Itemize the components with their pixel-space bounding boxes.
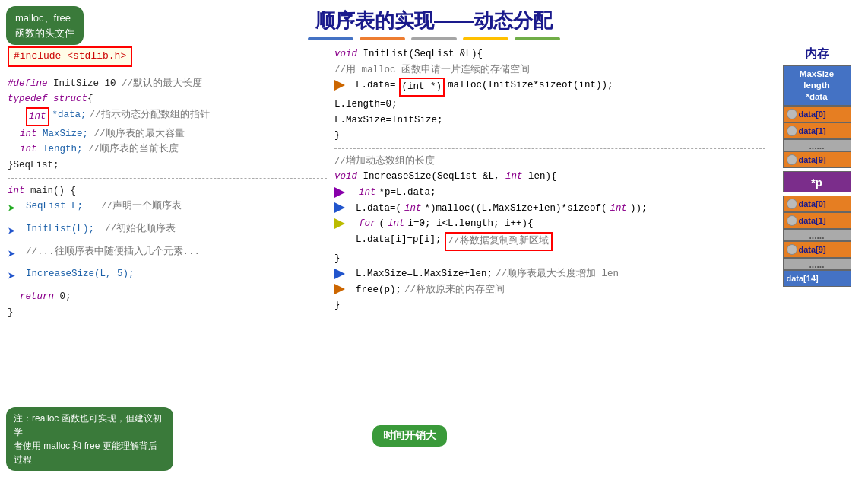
underline-seg-3 xyxy=(411,37,457,40)
time-label-text: 时间开销大 xyxy=(383,429,436,441)
title-area: 顺序表的实现——动态分配 xyxy=(0,0,868,40)
main-line7: } xyxy=(8,305,327,321)
mem-circle-9 xyxy=(787,154,797,165)
struct-code: #define InitSize 10 //默认的最大长度 typedef st… xyxy=(8,76,327,173)
inc-p-line: int *p=L.data; xyxy=(334,185,765,201)
struct-end-line: }SeqList; xyxy=(8,157,327,173)
note-top-text: malloc、free 函数的头文件 xyxy=(15,12,74,39)
note-bottom-text: 注：realloc 函数也可实现，但建议初学 者使用 malloc 和 free… xyxy=(14,413,162,465)
note-bottom-box: 注：realloc 函数也可实现，但建议初学 者使用 malloc 和 free… xyxy=(6,407,173,471)
typedef-line: typedef struct{ xyxy=(8,91,327,107)
inc-free-line: free(p); //释放原来的内存空间 xyxy=(334,282,765,298)
mem-data9-top: data[9] xyxy=(783,151,851,168)
mem-dots-top: ...... xyxy=(783,139,851,151)
mem-data-label: *data xyxy=(784,91,851,103)
length-field-line: int length; //顺序表的当前长度 xyxy=(8,142,327,157)
content-area: #include <stdlib.h> #define InitSize 10 … xyxy=(0,40,868,464)
initlist-data: L.data=(int *)malloc(InitSize*sizeof(int… xyxy=(334,78,765,97)
increasesize-signature: void IncreaseSize(SeqList &L, int len){ xyxy=(334,169,765,185)
mem-header-block: MaxSize length *data xyxy=(783,65,851,106)
mem-length-label: length xyxy=(784,80,851,91)
data-field-line: int *data; //指示动态分配数组的指针 xyxy=(8,107,327,126)
memory-title: 内存 xyxy=(773,46,860,62)
inc-for-line: for(int i=0; i<L.length; i++){ xyxy=(334,216,765,232)
initlist-comment: //用 malloc 函数申请一片连续的存储空间 xyxy=(334,62,765,78)
inc-close: } xyxy=(334,297,765,313)
main-line3: ➤ InitList(L); //初始化顺序表 xyxy=(8,221,327,244)
inc-for-close: } xyxy=(334,251,765,267)
main-line4: ➤ //...往顺序表中随便插入几个元素... xyxy=(8,244,327,267)
inc-maxsize-line: L.MaxSize=L.MaxSize+len; //顺序表最大长度增加 len xyxy=(334,266,765,282)
initlist-func: void InitList(SeqList &L){ //用 malloc 函数… xyxy=(334,46,765,144)
mem-circle-b9 xyxy=(787,244,797,255)
define-line: #define InitSize 10 //默认的最大长度 xyxy=(8,76,327,92)
initlist-length: L.length=0; xyxy=(334,97,765,113)
mem-circle-b0 xyxy=(787,199,797,209)
mem-data1-top: data[1] xyxy=(783,122,851,139)
memory-container: MaxSize length *data data[0] data[1] ...… xyxy=(773,65,860,287)
mem-data0-top: data[0] xyxy=(783,106,851,122)
main-title: 顺序表的实现——动态分配 xyxy=(0,8,868,34)
mem-circle-0 xyxy=(787,109,797,119)
mem-circle-b1 xyxy=(787,215,797,226)
underline-seg-4 xyxy=(463,37,508,40)
mem-data1-bot: data[1] xyxy=(783,212,851,229)
inc-malloc-line: L.data=(int *)malloc((L.MaxSize+len)*siz… xyxy=(334,201,765,217)
underline-seg-1 xyxy=(308,37,353,40)
main-line1: int main() { xyxy=(8,183,327,199)
mem-maxsize-label: MaxSize xyxy=(784,68,851,80)
maxsize-field-line: int MaxSize; //顺序表的最大容量 xyxy=(8,126,327,142)
mem-dots-bot: ...... xyxy=(783,229,851,241)
left-panel: #include <stdlib.h> #define InitSize 10 … xyxy=(8,46,327,464)
main-line6: return 0; xyxy=(8,289,327,305)
copy-comment-box: //将数据复制到新区域 xyxy=(445,232,553,251)
underline-seg-2 xyxy=(360,37,405,40)
initlist-close: } xyxy=(334,128,765,144)
mem-circle-1 xyxy=(787,126,797,136)
main-line2: ➤ SeqList L; //声明一个顺序表 xyxy=(8,199,327,221)
inc-copy-line: L.data[i]=p[i]; //将数据复制到新区域 xyxy=(334,232,765,251)
mem-data0-bot: data[0] xyxy=(783,196,851,212)
main-code: int main() { ➤ SeqList L; //声明一个顺序表 ➤ In… xyxy=(8,183,327,321)
increasesize-comment: //增加动态数组的长度 xyxy=(334,154,765,170)
memory-panel: 内存 MaxSize length *data data[0] data[1] … xyxy=(773,46,860,464)
main-line5: ➤ IncreaseSize(L, 5); xyxy=(8,266,327,289)
time-label-box: 时间开销大 xyxy=(372,425,447,447)
mem-data14-bot: data[14] xyxy=(783,270,851,287)
initlist-maxsize: L.MaxSize=InitSize; xyxy=(334,113,765,129)
right-panel: void InitList(SeqList &L){ //用 malloc 函数… xyxy=(334,46,765,464)
mem-dots-bot2: ...... xyxy=(783,258,851,270)
mem-data9-bot: data[9] xyxy=(783,241,851,258)
initlist-signature: void InitList(SeqList &L){ xyxy=(334,46,765,62)
mem-p-block: *p xyxy=(783,171,851,192)
increasesize-func: //增加动态数组的长度 void IncreaseSize(SeqList &L… xyxy=(334,154,765,313)
underline-seg-5 xyxy=(515,37,560,40)
include-box: #include <stdlib.h> xyxy=(8,46,132,67)
note-top-box: malloc、free 函数的头文件 xyxy=(6,6,84,45)
